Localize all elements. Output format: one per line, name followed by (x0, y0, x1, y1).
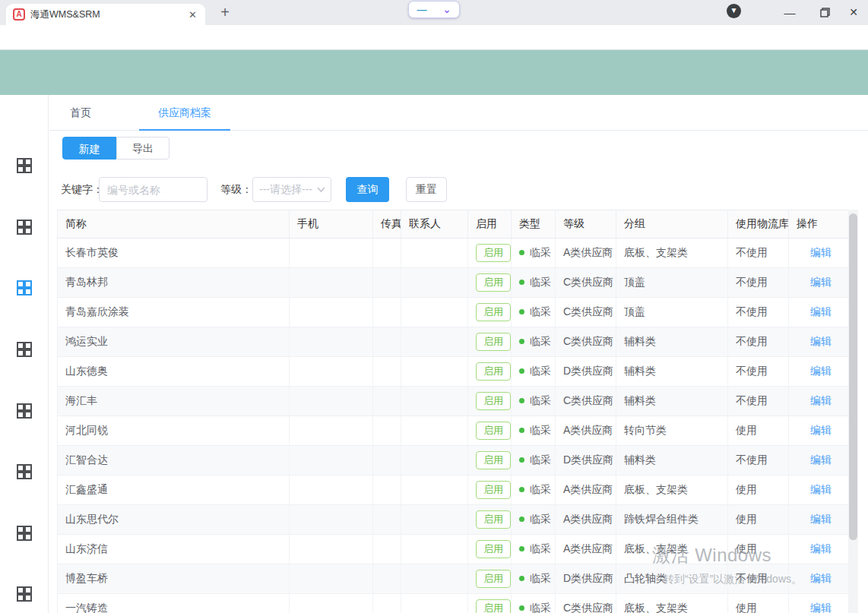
cell-group: 凸轮轴类 (616, 564, 728, 594)
enabled-badge[interactable]: 启用 (476, 422, 511, 440)
edit-link[interactable]: 编辑 (810, 246, 832, 258)
edit-link[interactable]: 编辑 (810, 394, 832, 406)
new-button[interactable]: 新建 (62, 137, 116, 160)
enabled-badge[interactable]: 启用 (476, 570, 511, 588)
cell-logistics: 使用 (728, 416, 789, 446)
window-minimize-button[interactable]: — (780, 3, 800, 21)
sidebar-item-active[interactable] (16, 280, 33, 296)
cell-fax (373, 357, 401, 387)
type-text: 临采 (530, 602, 551, 613)
media-control-icon[interactable]: ▼ (727, 4, 741, 18)
sidebar-item[interactable] (16, 341, 33, 358)
enabled-badge[interactable]: 启用 (476, 333, 511, 351)
cell-mobile (290, 446, 373, 476)
level-select[interactable]: ---请选择--- (252, 177, 331, 202)
edit-link[interactable]: 编辑 (810, 542, 832, 555)
table-row[interactable]: 山东思代尔 启用 临采 A类供应商 蹄铁焊合组件类 使用 编辑 (58, 505, 851, 535)
enabled-badge[interactable]: 启用 (476, 481, 511, 499)
edit-link[interactable]: 编辑 (810, 602, 832, 613)
enabled-badge[interactable]: 启用 (476, 599, 511, 613)
table-row[interactable]: 青岛林邦 启用 临采 C类供应商 顶盖 不使用 编辑 (58, 268, 851, 298)
status-dot-icon (519, 576, 524, 581)
cell-name: 青岛嘉欣涂装 (58, 298, 290, 327)
new-tab-button[interactable]: + (216, 5, 234, 21)
enabled-badge[interactable]: 启用 (476, 451, 511, 469)
type-text: 临采 (530, 365, 551, 377)
enabled-badge[interactable]: 启用 (476, 244, 511, 262)
cell-enabled: 启用 (468, 268, 512, 298)
enabled-badge[interactable]: 启用 (476, 392, 511, 410)
cell-fax (373, 594, 401, 613)
sidebar-item[interactable] (16, 586, 33, 602)
export-button[interactable]: 导出 (116, 137, 169, 160)
sidebar-item[interactable] (16, 403, 33, 419)
table-row[interactable]: 一汽铸造 启用 临采 C类供应商 底板、支架类 使用 编辑 (58, 594, 851, 613)
enabled-badge[interactable]: 启用 (476, 510, 511, 529)
widget-minimize-icon[interactable]: — (417, 4, 427, 15)
enabled-badge[interactable]: 启用 (476, 273, 511, 292)
table-row[interactable]: 长春市英俊 启用 临采 A类供应商 底板、支架类 不使用 编辑 (58, 239, 851, 268)
table-row[interactable]: 博盈车桥 启用 临采 D类供应商 凸轮轴类 不使用 编辑 (58, 564, 851, 594)
table-row[interactable]: 青岛嘉欣涂装 启用 临采 C类供应商 顶盖 不使用 编辑 (58, 298, 851, 327)
cell-name: 山东济信 (58, 535, 290, 564)
app-header: FT 5 ⚙ admin5 (0, 50, 868, 95)
cell-action: 编辑 (789, 446, 851, 476)
cell-contact (401, 535, 468, 564)
reset-button[interactable]: 重置 (406, 177, 447, 202)
cell-fax (373, 476, 401, 505)
window-close-button[interactable]: ✕ (844, 3, 863, 21)
edit-link[interactable]: 编辑 (810, 365, 832, 377)
cell-logistics: 不使用 (728, 239, 789, 268)
edit-link[interactable]: 编辑 (810, 513, 832, 525)
edit-link[interactable]: 编辑 (810, 424, 832, 436)
table-row[interactable]: 汇智合达 启用 临采 D类供应商 辅料类 不使用 编辑 (58, 446, 851, 476)
cell-enabled: 启用 (468, 594, 512, 613)
search-button[interactable]: 查询 (346, 177, 389, 202)
table-row[interactable]: 鸿运实业 启用 临采 C类供应商 辅料类 不使用 编辑 (58, 327, 851, 357)
tab-close-icon[interactable]: ✕ (187, 9, 198, 21)
site-favicon-icon: A (13, 8, 25, 21)
cell-mobile (290, 564, 373, 594)
sidebar-item[interactable] (16, 157, 33, 174)
table-row[interactable]: 山东德奥 启用 临采 D类供应商 辅料类 不使用 编辑 (58, 357, 851, 387)
cell-type: 临采 (512, 327, 556, 357)
enabled-badge[interactable]: 启用 (476, 362, 511, 381)
table-row[interactable]: 山东济信 启用 临采 A类供应商 底板、支架类 使用 编辑 (58, 535, 851, 564)
cell-action: 编辑 (789, 505, 851, 535)
tab-home[interactable]: 首页 (70, 95, 91, 130)
cell-mobile (290, 387, 373, 416)
tab-supplier-archive[interactable]: 供应商档案 (139, 95, 230, 130)
cell-name: 山东德奥 (58, 357, 290, 387)
table-row[interactable]: 河北同锐 启用 临采 A类供应商 转向节类 使用 编辑 (58, 416, 851, 446)
vertical-scrollbar[interactable] (848, 210, 858, 613)
enabled-badge[interactable]: 启用 (476, 540, 511, 558)
cell-type: 临采 (512, 357, 556, 387)
table-row[interactable]: 海汇丰 启用 临采 C类供应商 辅料类 不使用 编辑 (58, 387, 851, 416)
edit-link[interactable]: 编辑 (810, 483, 832, 495)
cell-enabled: 启用 (468, 387, 512, 416)
cell-contact (401, 298, 468, 327)
edit-link[interactable]: 编辑 (810, 335, 832, 347)
table-row[interactable]: 汇鑫盛通 启用 临采 A类供应商 底板、支架类 使用 编辑 (58, 476, 851, 505)
cell-logistics: 不使用 (728, 268, 789, 298)
sidebar-item[interactable] (16, 463, 33, 480)
edit-link[interactable]: 编辑 (810, 276, 832, 288)
sidebar-item[interactable] (16, 525, 33, 542)
status-dot-icon (519, 517, 524, 522)
edit-link[interactable]: 编辑 (810, 305, 832, 318)
keyword-input[interactable] (99, 177, 207, 202)
sidebar-item[interactable] (16, 219, 33, 235)
table-header-row: 简称手机传真联系人启用类型等级分组使用物流库操作 (58, 210, 851, 239)
cell-contact (401, 446, 468, 476)
window-restore-button[interactable] (815, 3, 835, 21)
floating-widget[interactable]: — ⌄ (408, 1, 460, 18)
browser-tab[interactable]: A 海通WMS&SRM ✕ (6, 4, 205, 25)
cell-fax (373, 505, 401, 535)
enabled-badge[interactable]: 启用 (476, 303, 511, 321)
edit-link[interactable]: 编辑 (810, 453, 832, 466)
edit-link[interactable]: 编辑 (810, 572, 832, 584)
cell-mobile (290, 594, 373, 613)
column-header: 简称 (58, 210, 290, 239)
scrollbar-thumb[interactable] (849, 213, 857, 540)
widget-chevron-down-icon[interactable]: ⌄ (443, 6, 451, 14)
